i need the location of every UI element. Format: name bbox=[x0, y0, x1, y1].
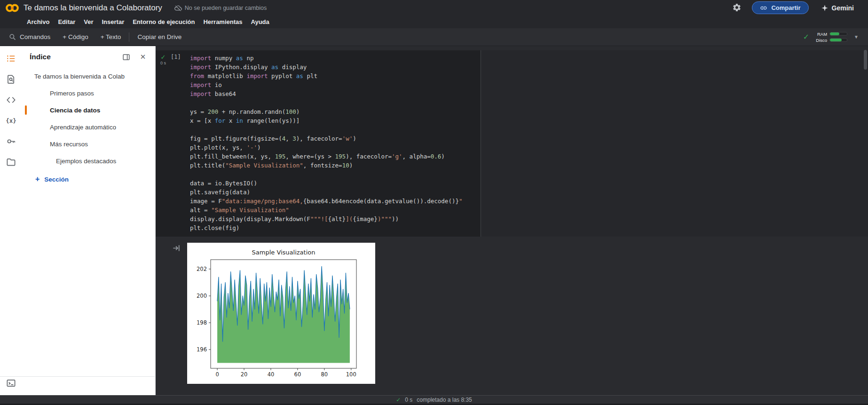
link-icon bbox=[760, 4, 767, 12]
svg-text:60: 60 bbox=[294, 371, 301, 378]
sidebar-bottom-divider bbox=[0, 376, 156, 377]
cell-background bbox=[481, 50, 868, 237]
menu-archivo[interactable]: Archivo bbox=[23, 18, 54, 25]
commands-button[interactable]: Comandos bbox=[3, 28, 56, 46]
save-status-label: No se pueden guardar cambios bbox=[185, 5, 267, 11]
colab-logo[interactable] bbox=[5, 3, 20, 13]
code-lines: import numpy as npimport IPython.display… bbox=[190, 54, 481, 232]
gear-icon bbox=[732, 3, 742, 12]
status-check-icon: ✓ bbox=[396, 397, 401, 403]
toc-title: Índice bbox=[30, 53, 114, 61]
code-icon bbox=[6, 95, 16, 105]
search-icon bbox=[9, 33, 16, 40]
code-editor[interactable]: import numpy as npimport IPython.display… bbox=[186, 50, 481, 237]
variables-icon: {x} bbox=[6, 117, 16, 124]
menu-entorno-de-ejecuci-n[interactable]: Entorno de ejecución bbox=[128, 18, 199, 25]
toc-item-label: Te damos la bienvenida a Colab bbox=[34, 73, 125, 80]
svg-text:40: 40 bbox=[268, 371, 275, 378]
terminal-rail-button[interactable] bbox=[6, 377, 17, 389]
toc-list: Te damos la bienvenida a ColabPrimeros p… bbox=[22, 68, 155, 169]
add-text-button[interactable]: + Texto bbox=[95, 28, 127, 46]
close-toc-button[interactable]: ✕ bbox=[138, 52, 148, 62]
cell-output: 196198200202020406080100Sample Visualiza… bbox=[156, 243, 868, 384]
notebook-scrollbar[interactable] bbox=[864, 50, 867, 70]
cloud-off-icon bbox=[174, 4, 182, 12]
menu-editar[interactable]: Editar bbox=[54, 18, 79, 25]
toc-item-label: Más recursos bbox=[50, 141, 88, 148]
execution-count: [1] bbox=[171, 54, 181, 237]
copy-to-drive-button[interactable]: Copiar en Drive bbox=[131, 28, 188, 46]
chevron-down-icon[interactable]: ▼ bbox=[852, 34, 860, 40]
add-section-button[interactable]: + Sección bbox=[22, 169, 155, 189]
find-in-page-icon bbox=[6, 74, 16, 84]
add-code-button[interactable]: + Código bbox=[56, 28, 94, 46]
settings-button[interactable] bbox=[732, 3, 742, 13]
toc-rail-button[interactable] bbox=[6, 53, 17, 64]
toc-header: Índice ✕ bbox=[22, 46, 155, 68]
menu-ayuda[interactable]: Ayuda bbox=[247, 18, 274, 25]
left-rail: {x} bbox=[0, 46, 22, 395]
menu-bar: ArchivoEditarVerInsertarEntorno de ejecu… bbox=[0, 16, 868, 28]
terminal-icon bbox=[6, 378, 16, 388]
share-button[interactable]: Compartir bbox=[752, 1, 808, 14]
secrets-rail-button[interactable] bbox=[6, 135, 17, 147]
svg-text:196: 196 bbox=[197, 346, 207, 353]
toc-item-label: Primeros pasos bbox=[50, 90, 94, 97]
notebook-area: ✓ 0 s [1] import numpy as npimport IPyth… bbox=[156, 46, 868, 395]
svg-text:20: 20 bbox=[241, 371, 248, 378]
runtime-connected-check-icon: ✓ bbox=[803, 32, 809, 41]
status-message: completado a las 8:35 bbox=[417, 397, 472, 403]
folder-icon bbox=[6, 157, 16, 167]
toc-item[interactable]: Aprendizaje automático bbox=[22, 119, 155, 135]
svg-text:0: 0 bbox=[215, 371, 219, 378]
svg-text:80: 80 bbox=[321, 371, 328, 378]
dock-panel-icon bbox=[122, 53, 130, 61]
toc-item[interactable]: Te damos la bienvenida a Colab bbox=[22, 68, 155, 85]
commands-label: Comandos bbox=[20, 33, 50, 40]
add-code-label: + Código bbox=[63, 33, 88, 40]
svg-text:Sample Visualization: Sample Visualization bbox=[252, 249, 316, 256]
menu-insertar[interactable]: Insertar bbox=[98, 18, 129, 25]
toc-item-label: Ciencia de datos bbox=[50, 107, 100, 114]
toc-item[interactable]: Ejemplos destacados bbox=[22, 152, 155, 169]
toc-item[interactable]: Más recursos bbox=[22, 135, 155, 152]
output-chart: 196198200202020406080100Sample Visualiza… bbox=[187, 243, 375, 384]
svg-text:200: 200 bbox=[197, 293, 207, 299]
plus-icon: + bbox=[35, 175, 39, 183]
disk-label: Disco bbox=[814, 38, 827, 43]
svg-text:202: 202 bbox=[197, 266, 207, 272]
toc-item[interactable]: Ciencia de datos bbox=[22, 102, 155, 119]
notebook-toolbar: Comandos + Código + Texto Copiar en Driv… bbox=[0, 28, 868, 46]
toolbar-divider bbox=[129, 32, 129, 42]
svg-text:198: 198 bbox=[197, 319, 207, 326]
cell-success-check-icon: ✓ bbox=[161, 54, 166, 61]
menu-herramientas[interactable]: Herramientas bbox=[199, 18, 246, 25]
notebook-title[interactable]: Te damos la bienvenida a Colaboratory bbox=[24, 3, 162, 13]
gemini-button[interactable]: Gemini bbox=[821, 4, 854, 12]
files-rail-button[interactable] bbox=[6, 156, 17, 167]
toc-item[interactable]: Primeros pasos bbox=[22, 85, 155, 102]
dock-panel-button[interactable] bbox=[121, 52, 131, 62]
cell-exec-time: 0 s bbox=[160, 61, 166, 65]
resources-indicator[interactable]: RAM Disco bbox=[814, 32, 847, 43]
find-replace-rail-button[interactable] bbox=[6, 73, 17, 85]
ram-gauge bbox=[829, 32, 847, 36]
app-header: Te damos la bienvenida a Colaboratory No… bbox=[0, 0, 868, 28]
code-cell: ✓ 0 s [1] import numpy as npimport IPyth… bbox=[156, 50, 868, 237]
menu-ver[interactable]: Ver bbox=[79, 18, 97, 25]
variables-rail-button[interactable]: {x} bbox=[6, 115, 17, 126]
copy-to-drive-label: Copiar en Drive bbox=[137, 33, 181, 40]
close-icon: ✕ bbox=[140, 53, 146, 61]
gemini-label: Gemini bbox=[832, 4, 854, 12]
matplotlib-figure: 196198200202020406080100Sample Visualiza… bbox=[187, 243, 375, 384]
toc-item-label: Ejemplos destacados bbox=[56, 158, 116, 165]
toc-item-label: Aprendizaje automático bbox=[50, 124, 116, 131]
toc-icon bbox=[6, 54, 16, 64]
cell-run-status[interactable]: ✓ 0 s bbox=[156, 54, 171, 237]
status-exec-time: 0 s bbox=[405, 397, 412, 403]
cell-output-icon[interactable] bbox=[172, 244, 181, 253]
add-text-label: + Texto bbox=[101, 33, 121, 40]
code-snippets-rail-button[interactable] bbox=[6, 94, 17, 105]
key-icon bbox=[6, 136, 16, 146]
share-label: Compartir bbox=[771, 4, 800, 11]
